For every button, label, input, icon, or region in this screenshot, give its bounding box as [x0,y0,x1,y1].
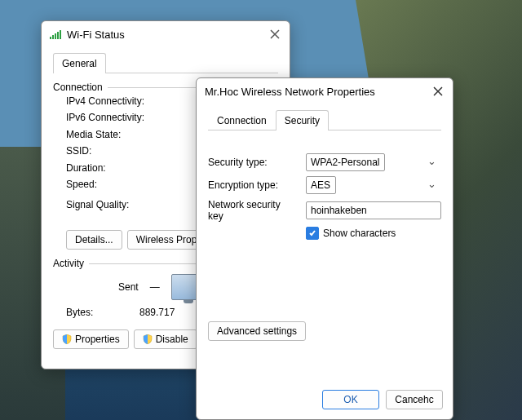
wifi-status-title: Wi-Fi Status [67,29,268,41]
svg-rect-0 [50,37,51,39]
props-tabstrip: Connection Security [208,104,441,130]
group-connection-label: Connection [53,82,103,93]
show-characters-label: Show characters [323,228,396,239]
bytes-label: Bytes: [66,307,139,318]
security-type-label: Security type: [208,157,298,168]
disable-button-label: Disable [156,334,188,345]
wireless-properties-dialog: Mr.Hoc Wireless Network Properties Conne… [196,77,453,420]
shield-icon [62,334,72,344]
bytes-sent-value: 889.717 [139,307,175,318]
advanced-settings-button[interactable]: Advanced settings [208,321,306,341]
svg-rect-3 [57,32,59,39]
sent-label: Sent [118,281,139,293]
close-icon[interactable] [268,28,281,41]
group-activity-label: Activity [53,258,84,269]
close-icon[interactable] [431,85,445,98]
svg-rect-1 [52,35,54,39]
wifi-signal-icon [50,29,62,39]
props-title: Mr.Hoc Wireless Network Properties [205,86,431,98]
props-titlebar: Mr.Hoc Wireless Network Properties [197,78,453,104]
disable-button[interactable]: Disable [134,329,197,349]
status-tabstrip: General [53,47,278,73]
signal-quality-label: Signal Quality: [66,199,129,210]
network-key-input[interactable] [306,201,441,219]
show-characters-checkbox[interactable] [306,227,319,240]
encryption-type-select[interactable]: AES [306,176,336,194]
wifi-status-titlebar: Wi-Fi Status [42,21,290,47]
encryption-type-label: Encryption type: [208,179,298,191]
network-key-label: Network security key [208,199,298,222]
tab-security[interactable]: Security [276,110,329,130]
properties-button[interactable]: Properties [53,329,129,349]
tab-general[interactable]: General [53,53,106,73]
properties-button-label: Properties [75,334,120,345]
svg-rect-4 [60,30,61,39]
ok-button[interactable]: OK [322,390,379,409]
svg-rect-2 [55,33,56,39]
security-type-select[interactable]: WPA2-Personal [306,153,385,171]
cancel-button[interactable]: Cancehc [386,390,443,409]
shield-icon [143,334,153,344]
details-button[interactable]: Details... [66,230,122,250]
tab-connection[interactable]: Connection [208,110,276,130]
